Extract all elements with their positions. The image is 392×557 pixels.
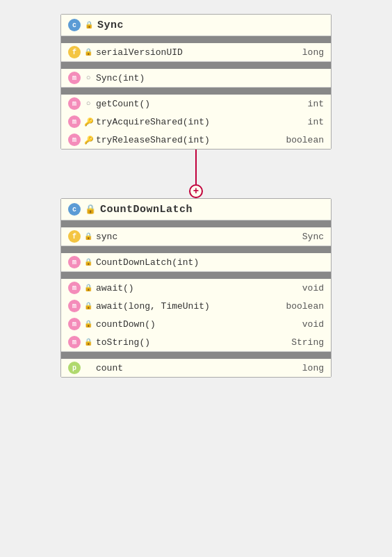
sync-method-tryrelease: m 🔑 tryReleaseShared(int) boolean bbox=[61, 131, 331, 149]
field-icon: f bbox=[68, 46, 81, 58]
sync-method-tryacquire: m 🔑 tryAcquireShared(int) int bbox=[61, 113, 331, 131]
cdl-method-tostring: m 🔒 toString() String bbox=[61, 333, 331, 351]
countdownlatch-class-box: c 🔒 CountDownLatch f 🔒 sync Sync m bbox=[60, 198, 332, 378]
visibility-icon: 🔒 bbox=[84, 258, 92, 266]
cdl-field-count: p count long bbox=[61, 359, 331, 377]
cdl-extra-fields-section: p count long bbox=[61, 352, 331, 377]
visibility-icon: 🔒 bbox=[84, 284, 92, 292]
field-icon: f bbox=[68, 230, 81, 243]
visibility-icon: 🔒 bbox=[84, 338, 92, 346]
cdl-method-await-long: m 🔒 await(long, TimeUnit) boolean bbox=[61, 297, 331, 315]
connector-symbol: + bbox=[189, 184, 203, 198]
cdl-fields-divider bbox=[61, 220, 331, 227]
cdl-constructors-section: m 🔒 CountDownLatch(int) bbox=[61, 246, 331, 272]
visibility-icon: 🔑 bbox=[84, 136, 92, 145]
class-icon-sync: c bbox=[68, 19, 81, 31]
sync-constructor-row: m ○ Sync(int) bbox=[61, 69, 331, 87]
visibility-icon: ○ bbox=[84, 74, 92, 82]
sync-fields-section: f 🔒 serialVersionUID long bbox=[61, 36, 331, 62]
method-icon: m bbox=[68, 336, 81, 348]
cdl-method-countdown: m 🔒 countDown() void bbox=[61, 315, 331, 333]
cdl-class-title: CountDownLatch bbox=[100, 204, 193, 216]
cdl-methods-divider bbox=[61, 272, 331, 279]
method-icon: m bbox=[68, 72, 81, 84]
visibility-icon: 🔒 bbox=[84, 320, 92, 328]
visibility-lock-sync: 🔒 bbox=[85, 21, 93, 29]
class-diagram: c 🔒 Sync f 🔒 serialVersionUID long m bbox=[57, 14, 335, 378]
class-icon-cdl: c bbox=[68, 203, 81, 216]
cdl-field-sync: f 🔒 sync Sync bbox=[61, 227, 331, 245]
cdl-fields-section: f 🔒 sync Sync bbox=[61, 220, 331, 246]
cdl-constructor-row: m 🔒 CountDownLatch(int) bbox=[61, 253, 331, 271]
field-icon-count: p bbox=[68, 362, 81, 374]
visibility-icon: 🔒 bbox=[84, 232, 92, 241]
method-icon: m bbox=[68, 134, 81, 146]
sync-methods-section: m ○ getCount() int m 🔑 tryAcquireShared(… bbox=[61, 88, 331, 149]
visibility-icon: 🔒 bbox=[84, 48, 92, 56]
cdl-method-await: m 🔒 await() void bbox=[61, 279, 331, 297]
visibility-icon: 🔑 bbox=[84, 118, 92, 127]
cdl-extra-fields-divider bbox=[61, 352, 331, 359]
method-icon: m bbox=[68, 97, 81, 110]
sync-class-box: c 🔒 Sync f 🔒 serialVersionUID long m bbox=[60, 14, 332, 150]
visibility-icon: 🔒 bbox=[84, 302, 92, 310]
method-icon: m bbox=[68, 256, 81, 268]
sync-constructors-section: m ○ Sync(int) bbox=[61, 62, 331, 88]
cdl-header: c 🔒 CountDownLatch bbox=[61, 199, 331, 220]
cdl-methods-section: m 🔒 await() void m 🔒 await(long, TimeUni… bbox=[61, 272, 331, 352]
inheritance-connector: + bbox=[189, 150, 203, 198]
connector-line bbox=[195, 150, 197, 184]
sync-field-serialVersionUID: f 🔒 serialVersionUID long bbox=[61, 43, 331, 61]
sync-class-header: c 🔒 Sync bbox=[61, 15, 331, 36]
sync-method-getcount: m ○ getCount() int bbox=[61, 95, 331, 113]
method-icon: m bbox=[68, 282, 81, 294]
sync-methods-divider bbox=[61, 88, 331, 95]
cdl-constructors-divider bbox=[61, 246, 331, 253]
method-icon: m bbox=[68, 115, 81, 128]
visibility-icon: ○ bbox=[84, 99, 92, 108]
method-icon: m bbox=[68, 318, 81, 330]
sync-class-title: Sync bbox=[97, 19, 124, 31]
sync-constructors-divider bbox=[61, 62, 331, 69]
sync-fields-divider bbox=[61, 36, 331, 43]
visibility-pkg-cdl: 🔒 bbox=[85, 204, 96, 215]
method-icon: m bbox=[68, 300, 81, 312]
